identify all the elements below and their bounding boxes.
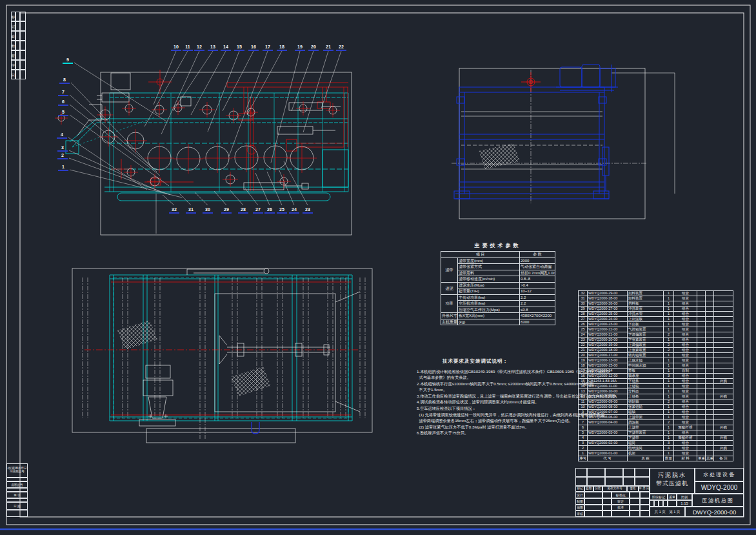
- title-block-cell: [584, 505, 602, 510]
- callout-2: 2: [57, 152, 68, 159]
- stage-mark-label: 阶段标记: [650, 496, 668, 499]
- note-line-3: 2.本机组轴线平行度≤1000mm轴间距不大于0.5mm; ≤2000mm轴间距…: [417, 381, 579, 387]
- callout-8: 8: [59, 77, 70, 84]
- rev-col-date: 年.月.日: [639, 487, 650, 490]
- callout-14: 14: [221, 44, 231, 51]
- bom-row-2: 2电动滚筒4组合外购: [579, 446, 733, 451]
- callout-24: 24: [289, 207, 299, 214]
- product-name-line1: 污泥脱水: [650, 472, 694, 478]
- callout-20: 20: [308, 44, 319, 51]
- bom-row-30: 30WDYQ2000-26-00挡料板1组合: [579, 301, 733, 307]
- signer-label-2: 描图: [575, 506, 584, 509]
- weight-label: 重量: [668, 496, 677, 499]
- title-block-cell: [587, 468, 605, 477]
- corner-strip-cell: [20, 50, 26, 60]
- note-line-5: 3.传动工作前应检查滤带跑偏情况，且上滤带一端需由张紧装置进行适当调整，导出处应…: [417, 393, 579, 399]
- callout-28: 28: [238, 207, 248, 214]
- company-name: 水处理设备: [695, 468, 744, 481]
- bom-row-17: 17WDYQ2000-14垫板1自制: [579, 368, 733, 374]
- bom-row-32: 32WDYQ2000-29-00刮料装置1组合: [579, 291, 733, 296]
- callout-13: 13: [208, 44, 218, 51]
- corner-strip-cell: 数: [11, 41, 15, 50]
- bom-row-22: 22WDYQ2000-19-00上调偏装置2组合: [579, 343, 733, 348]
- callout-27: 27: [253, 207, 263, 214]
- callout-10: 10: [171, 44, 181, 51]
- bom-row-14: 14WDYQ2000-11-00上链轮1组合: [579, 384, 733, 389]
- signer-label-1: 制图: [575, 500, 584, 503]
- title-block-cell: [602, 498, 612, 505]
- callout-32: 32: [169, 207, 179, 214]
- notes-title: 技术要求及安装调试说明：: [417, 359, 579, 364]
- title-block-cell: [640, 492, 650, 498]
- note-line-10: (2) 滤带张紧气缸压力不低于0.3Mpa时 滤带打滑量不超过3%。: [417, 424, 579, 430]
- title-block-cell: [663, 500, 668, 507]
- bom-row-11: 11WDYQ2000-09-00链轮轴2组合: [579, 399, 733, 405]
- corner-strip-cell: [20, 21, 26, 31]
- title-block-cell: [575, 468, 587, 477]
- title-block-cell: [612, 510, 630, 517]
- callout-29: 29: [221, 207, 232, 214]
- technical-notes: 技术要求及安装调试说明： 1.本机组的设计制造检验依据GB10249-1989《…: [417, 359, 579, 436]
- callout-26: 26: [264, 207, 275, 214]
- title-block-cell: [584, 510, 602, 517]
- bom-row-8: 8WDYQ2000-06-00上滤带架1组合: [579, 415, 733, 420]
- scale-label: 比例: [677, 496, 692, 499]
- corner-strip-cell: [15, 60, 20, 70]
- callout-4: 4: [57, 132, 67, 139]
- title-block-cell: [640, 505, 650, 510]
- note-line-9: 滤带两端调整余量各15mm左右；滤带调偏动作灵敏可靠，跑偏量不大于25mm为合格…: [417, 418, 579, 424]
- corner-strip-cell: 签: [11, 50, 15, 60]
- product-name-line2: 带式压滤机: [650, 481, 694, 487]
- title-block-cell: [659, 500, 663, 507]
- archive-cell: 底图总号: [6, 481, 28, 488]
- signer-label-3: 审核: [575, 512, 584, 516]
- bom-table: 32WDYQ2000-29-00刮料装置1组合31WDYQ2000-28-00卸…: [578, 290, 733, 461]
- archive-cell: 借(通)用件登记旧底图总号: [6, 463, 28, 478]
- callout-15: 15: [234, 44, 244, 51]
- drawing-number: DWYQ-2000-00: [685, 507, 744, 517]
- callout-22: 22: [336, 44, 346, 51]
- bom-row-23: 23WDYQ2000-20-00下张紧装置1组合: [579, 338, 733, 343]
- title-block-cell: [630, 505, 640, 510]
- callout-3: 3: [57, 145, 68, 152]
- callout-16: 16: [248, 44, 259, 51]
- callout-9: 9: [63, 57, 73, 64]
- title-block-cell: [623, 477, 635, 486]
- rev-col-docno: 更改文件号: [602, 487, 627, 490]
- rev-col-count: 处数: [584, 487, 593, 490]
- bom-header-row: 序号代 号名 称数量材 料单重总重备 注: [579, 456, 733, 461]
- title-block-cell: [654, 500, 659, 507]
- bom-row-12: 12GB1243.1-83 16A上链条1组合外购: [579, 394, 733, 399]
- approver-label-2: 批准: [612, 506, 630, 509]
- bom-row-16: 16WDYQ2000-12-00轴承座3组合: [579, 374, 733, 379]
- title-block-cell: [623, 468, 635, 477]
- title-block-cell: [605, 468, 623, 477]
- note-line-11: 6.整机噪声值不大于75分贝。: [417, 430, 579, 436]
- corner-strip-cell: [20, 60, 26, 70]
- corner-strip-cell: [15, 41, 20, 50]
- title-block-cell: [650, 500, 654, 507]
- archive-cell: 签 字: [6, 492, 28, 498]
- note-line-7: 5.空车运转应检查以下项目情况：: [417, 405, 579, 412]
- bom-row-3: 3WDYQ2000-02-00辊筒3组合: [579, 441, 733, 446]
- title-block-cell: [640, 498, 650, 505]
- bom-row-19: 19WDYQ2000-13-00上脱水辊1组合: [579, 358, 733, 363]
- title-block-cell: [587, 477, 605, 486]
- title-block-cell: [602, 492, 612, 498]
- note-line-4: 不大于1.5mm。: [417, 387, 579, 393]
- signer-label-0: 设计: [575, 494, 584, 497]
- view-plan: [72, 268, 372, 443]
- corner-strip-cell: 字: [11, 60, 15, 70]
- archive-cell: [6, 510, 28, 517]
- corner-strip-cell: [20, 41, 26, 50]
- bom-row-18: 18WDYQ2000-15-00中间脱水辊1组合: [579, 363, 733, 368]
- bom-row-27: 27WDYQ2000-24-00上刮泥板1组合: [579, 317, 733, 322]
- corner-strip-cell: 记: [11, 21, 15, 31]
- page-count: 共 1 页 第 1 页: [650, 507, 685, 517]
- title-block-cell: [640, 510, 650, 517]
- corner-strip-cell: [15, 12, 20, 21]
- archive-cell: 日 期: [6, 502, 28, 510]
- title-block-cell: [602, 510, 612, 517]
- bom-row-28: 28WDYQ2000-25-00冲洗水管1组合: [579, 312, 733, 317]
- rev-col-zone: 分区: [593, 487, 602, 490]
